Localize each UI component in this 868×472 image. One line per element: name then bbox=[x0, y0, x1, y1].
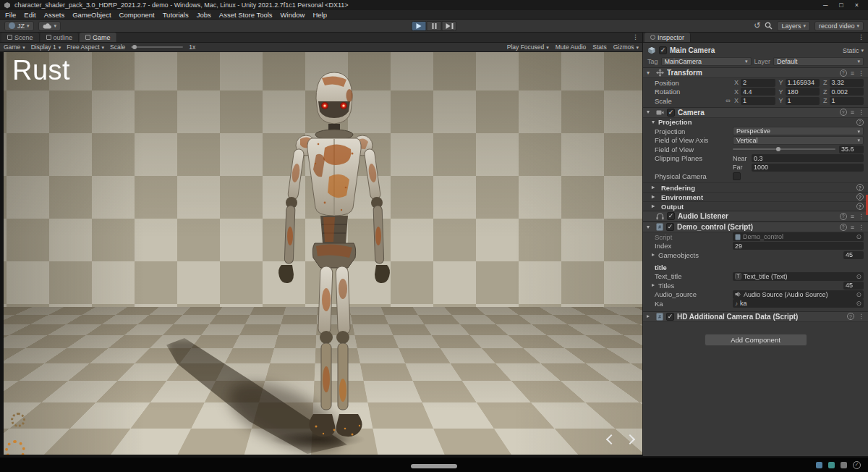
environment-section[interactable]: ▸ Environment ? bbox=[643, 192, 868, 201]
gameobjects-row[interactable]: ▸ Gameobjects 45 bbox=[643, 250, 868, 260]
preset-icon[interactable]: ≡ bbox=[851, 109, 854, 116]
status-services-icon[interactable] bbox=[828, 462, 835, 468]
search-icon[interactable] bbox=[765, 22, 773, 30]
stats-button[interactable]: Stats bbox=[592, 43, 606, 51]
scale-y-field[interactable]: 1 bbox=[786, 97, 820, 105]
undo-history-icon[interactable]: ↺ bbox=[754, 22, 760, 30]
menu-jobs[interactable]: Jobs bbox=[197, 11, 211, 19]
scale-slider[interactable] bbox=[131, 43, 183, 51]
script-object-field[interactable]: Demo_control ⊙ bbox=[733, 232, 864, 241]
layers-dropdown[interactable]: Layers ▾ bbox=[777, 21, 810, 31]
tag-dropdown[interactable]: MainCamera ▾ bbox=[661, 57, 752, 66]
hd-camera-data-enabled-checkbox[interactable]: ✓ bbox=[666, 313, 674, 321]
minimize-button[interactable]: ─ bbox=[823, 1, 827, 9]
foldout-icon[interactable]: ▸ bbox=[647, 313, 653, 319]
ka-object-field[interactable]: ♪ ka ⊙ bbox=[733, 299, 864, 308]
aspect-dropdown[interactable]: Free Aspect ▾ bbox=[67, 43, 104, 51]
titles-size-field[interactable]: 45 bbox=[843, 282, 864, 290]
titles-row[interactable]: ▸ Titles 45 bbox=[643, 281, 868, 290]
tab-scene[interactable]: Scene bbox=[1, 33, 40, 42]
fov-axis-dropdown[interactable]: Vertical ▾ bbox=[733, 136, 864, 145]
status-cloud-icon[interactable] bbox=[816, 462, 822, 468]
constrain-proportions-icon[interactable]: ∞ bbox=[724, 97, 732, 104]
status-check-icon[interactable]: ✓ bbox=[853, 461, 861, 469]
physical-camera-checkbox[interactable] bbox=[733, 172, 741, 180]
menu-window[interactable]: Window bbox=[281, 11, 305, 19]
game-pane-menu-icon[interactable]: ⋮ bbox=[632, 33, 642, 42]
tab-inspector[interactable]: Inspector bbox=[644, 33, 691, 42]
object-picker-icon[interactable]: ⊙ bbox=[856, 300, 861, 307]
help-icon[interactable]: ? bbox=[847, 313, 854, 320]
component-menu-icon[interactable]: ⋮ bbox=[858, 224, 864, 231]
taskbar-pill[interactable] bbox=[411, 464, 457, 468]
mute-audio-button[interactable]: Mute Audio bbox=[556, 43, 587, 51]
play-focused-dropdown[interactable]: Play Focused ▾ bbox=[507, 43, 549, 51]
inspector-menu-icon[interactable]: ⋮ bbox=[858, 33, 868, 42]
preset-icon[interactable]: ≡ bbox=[851, 69, 854, 77]
play-button[interactable] bbox=[412, 21, 427, 31]
help-icon[interactable]: ? bbox=[840, 224, 847, 231]
position-y-field[interactable]: 1.165934 bbox=[786, 79, 820, 87]
hd-camera-data-header[interactable]: ▸ # ✓ HD Additional Camera Data (Script)… bbox=[643, 311, 868, 322]
demo-control-enabled-checkbox[interactable]: ✓ bbox=[666, 223, 674, 231]
gameobject-name[interactable]: Main Camera bbox=[670, 46, 840, 54]
layer-dropdown[interactable]: Default ▾ bbox=[773, 57, 864, 66]
menu-component[interactable]: Component bbox=[119, 11, 155, 19]
component-menu-icon[interactable]: ⋮ bbox=[858, 213, 864, 220]
camera-enabled-checkbox[interactable]: ✓ bbox=[667, 109, 675, 117]
display-dropdown[interactable]: Display 1 ▾ bbox=[31, 43, 61, 51]
projection-section[interactable]: ▾ Projection ? bbox=[643, 118, 868, 127]
index-field[interactable]: 29 bbox=[733, 242, 864, 250]
component-menu-icon[interactable]: ⋮ bbox=[858, 313, 864, 320]
menu-asset-store-tools[interactable]: Asset Store Tools bbox=[219, 11, 273, 19]
tab-outline[interactable]: outline bbox=[41, 33, 80, 42]
add-component-button[interactable]: Add Component bbox=[705, 334, 807, 346]
help-icon[interactable]: ? bbox=[840, 69, 847, 77]
component-menu-icon[interactable]: ⋮ bbox=[858, 69, 864, 77]
help-icon[interactable]: ? bbox=[840, 213, 847, 220]
account-dropdown[interactable]: JZ ▾ bbox=[4, 21, 34, 31]
help-icon[interactable]: ? bbox=[840, 109, 847, 116]
near-field[interactable]: 0.3 bbox=[752, 154, 864, 162]
rotation-x-field[interactable]: 4.4 bbox=[741, 88, 775, 96]
menu-help[interactable]: Help bbox=[312, 11, 327, 19]
gizmos-dropdown[interactable]: Gizmos ▾ bbox=[613, 43, 639, 51]
fov-field[interactable]: 35.6 bbox=[839, 146, 864, 153]
maximize-button[interactable]: □ bbox=[839, 1, 843, 9]
help-icon[interactable]: ? bbox=[856, 184, 864, 191]
text-title-object-field[interactable]: T Text_title (Text) ⊙ bbox=[733, 272, 864, 281]
menu-tutorials[interactable]: Tutorials bbox=[163, 11, 189, 19]
audio-listener-header[interactable]: ✓ Audio Listener ? ≡ ⋮ bbox=[643, 211, 868, 222]
component-menu-icon[interactable]: ⋮ bbox=[858, 109, 864, 116]
next-arrow-button[interactable] bbox=[625, 434, 635, 444]
status-console-icon[interactable] bbox=[841, 462, 847, 468]
prev-arrow-button[interactable] bbox=[606, 434, 616, 444]
close-button[interactable]: × bbox=[855, 1, 859, 9]
camera-header[interactable]: ▾ ✓ Camera ? ≡ ⋮ bbox=[643, 107, 868, 118]
rendering-section[interactable]: ▸ Rendering ? bbox=[643, 182, 868, 192]
projection-dropdown[interactable]: Perspective ▾ bbox=[733, 127, 864, 135]
object-picker-icon[interactable]: ⊙ bbox=[856, 273, 861, 280]
foldout-icon[interactable]: ▾ bbox=[647, 224, 653, 230]
foldout-icon[interactable]: ▾ bbox=[647, 109, 653, 115]
output-section[interactable]: ▸ Output ? bbox=[643, 201, 868, 211]
pause-button[interactable] bbox=[427, 21, 442, 31]
help-icon[interactable]: ? bbox=[856, 203, 864, 210]
step-button[interactable] bbox=[442, 21, 457, 31]
scale-z-field[interactable]: 1 bbox=[830, 97, 864, 105]
menu-file[interactable]: File bbox=[5, 11, 16, 19]
gameobject-enabled-checkbox[interactable]: ✓ bbox=[659, 46, 667, 54]
rotation-y-field[interactable]: 180 bbox=[786, 88, 820, 96]
fov-slider[interactable] bbox=[733, 146, 835, 153]
rotation-z-field[interactable]: 0.002 bbox=[830, 88, 864, 96]
foldout-icon[interactable]: ▾ bbox=[647, 70, 653, 76]
tab-game[interactable]: Game bbox=[80, 33, 117, 42]
audio-source-object-field[interactable]: Audio Source (Audio Source) ⊙ bbox=[733, 290, 864, 299]
menu-edit[interactable]: Edit bbox=[24, 11, 35, 19]
preset-icon[interactable]: ≡ bbox=[851, 213, 854, 220]
game-mode-dropdown[interactable]: Game ▾ bbox=[4, 43, 25, 51]
layout-dropdown[interactable]: record video ▾ bbox=[814, 21, 864, 31]
menu-assets[interactable]: Assets bbox=[44, 11, 65, 19]
gameobjects-size-field[interactable]: 45 bbox=[843, 251, 864, 259]
preset-icon[interactable]: ≡ bbox=[851, 224, 854, 231]
